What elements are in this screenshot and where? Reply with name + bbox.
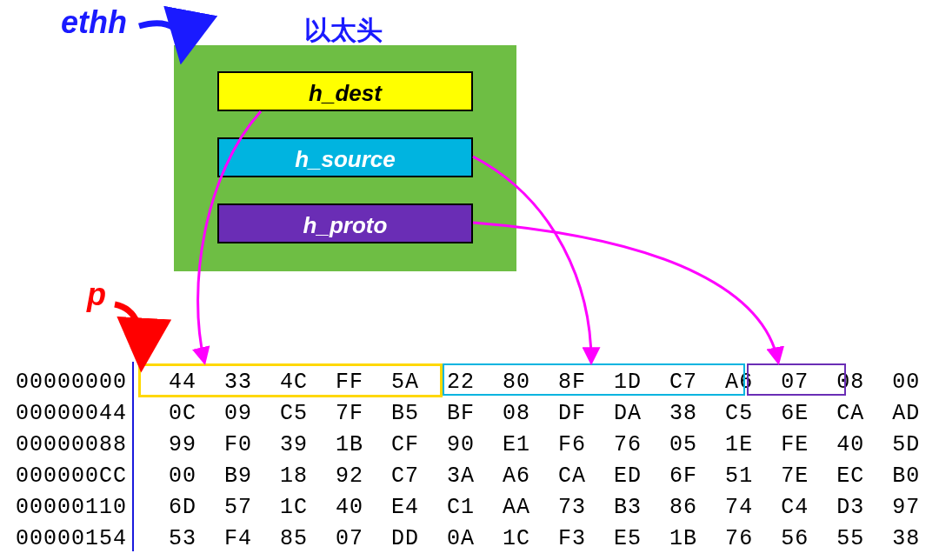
arrow-p [115, 304, 142, 362]
p-label: p [87, 277, 106, 313]
field-h-source: h_source [217, 137, 473, 177]
ethh-label: ethh [61, 4, 127, 41]
field-h-dest: h_dest [217, 71, 473, 111]
ether-header-struct: h_dest h_source h_proto [174, 45, 516, 271]
field-h-proto: h_proto [217, 203, 473, 243]
hex-dump: 00000000 44 33 4C FF 5A 22 80 8F 1D C7 A… [16, 367, 939, 555]
arrow-h-proto [473, 223, 778, 362]
struct-title: 以太头 [304, 13, 383, 49]
